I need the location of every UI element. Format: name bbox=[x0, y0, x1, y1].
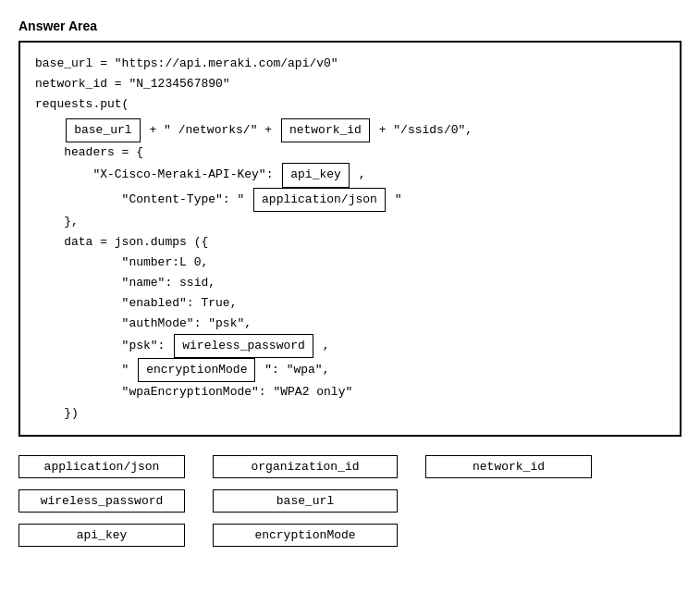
code-line-17: }) bbox=[35, 403, 665, 424]
code-line-13: "authMode": "psk", bbox=[35, 314, 665, 334]
encryption-mode-inline-box[interactable]: encryptionMode bbox=[138, 358, 255, 382]
base-url-inline-box[interactable]: base_url bbox=[66, 118, 140, 142]
drag-options-container: application/json organization_id network… bbox=[18, 455, 682, 547]
code-line-9: data = json.dumps ({ bbox=[35, 232, 665, 253]
code-line-11: "name": ssid, bbox=[35, 273, 665, 293]
code-line-15: " encryptionMode ": "wpa", bbox=[35, 358, 665, 382]
code-line-8: }, bbox=[35, 212, 665, 232]
code-line-1: base_url = "https://api.meraki.com/api/v… bbox=[35, 54, 665, 74]
drag-item-network-id[interactable]: network_id bbox=[425, 455, 592, 478]
code-line-6: "X-Cisco-Meraki-API-Key": api_key , bbox=[35, 163, 665, 187]
drag-item-api-key[interactable]: api_key bbox=[18, 524, 185, 547]
answer-area-label: Answer Area bbox=[18, 19, 682, 33]
drag-item-organization-id[interactable]: organization_id bbox=[213, 455, 398, 478]
drag-item-wireless-password[interactable]: wireless_password bbox=[18, 489, 185, 513]
code-line-7: "Content-Type": " application/json " bbox=[35, 188, 665, 212]
code-line-10: "number:L 0, bbox=[35, 253, 665, 273]
content-type-inline-box[interactable]: application/json bbox=[253, 188, 386, 212]
api-key-inline-box[interactable]: api_key bbox=[282, 163, 350, 187]
psk-inline-box[interactable]: wireless_password bbox=[174, 334, 313, 358]
code-line-4: base_url + " /networks/" + network_id + … bbox=[35, 118, 665, 142]
code-line-5: headers = { bbox=[35, 142, 665, 163]
drag-item-base-url[interactable]: base_url bbox=[213, 489, 398, 513]
code-line-2: network_id = "N_1234567890" bbox=[35, 74, 665, 94]
drag-item-encryption-mode[interactable]: encryptionMode bbox=[213, 524, 398, 547]
code-line-16: "wpaEncryptionMode": "WPA2 only" bbox=[35, 382, 665, 402]
code-line-3: requests.put( bbox=[35, 94, 665, 115]
code-line-12: "enabled": True, bbox=[35, 293, 665, 314]
code-line-14: "psk": wireless_password , bbox=[35, 334, 665, 358]
drag-item-application-json[interactable]: application/json bbox=[18, 455, 185, 478]
code-box: base_url = "https://api.meraki.com/api/v… bbox=[18, 41, 682, 437]
network-id-inline-box[interactable]: network_id bbox=[281, 118, 370, 142]
